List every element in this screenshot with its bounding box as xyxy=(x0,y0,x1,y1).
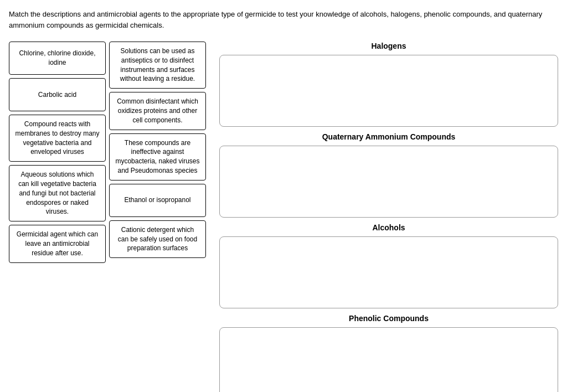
drag-item-8[interactable]: These compounds are ineffective against … xyxy=(109,133,206,180)
left-drag-column: Chlorine, chlorine dioxide, iodine Carbo… xyxy=(9,42,106,263)
category-quaternary: Quaternary Ammonium Compounds xyxy=(219,132,558,218)
category-halogens: Halogens xyxy=(219,42,558,127)
drag-item-4[interactable]: Aqueous solutions which can kill vegetat… xyxy=(9,165,106,221)
drag-item-3[interactable]: Compound reacts with membranes to destro… xyxy=(9,115,106,162)
right-panel: Halogens Quaternary Ammonium Compounds A… xyxy=(219,42,558,392)
alcohols-drop-zone[interactable] xyxy=(219,236,558,308)
drag-item-7[interactable]: Common disinfectant which oxidizes prote… xyxy=(109,92,206,130)
quaternary-drop-zone[interactable] xyxy=(219,146,558,218)
right-drag-column: Solutions can be used as antiseptics or … xyxy=(109,42,206,263)
drag-item-2[interactable]: Carbolic acid xyxy=(9,78,106,111)
drag-item-6[interactable]: Solutions can be used as antiseptics or … xyxy=(109,42,206,89)
drag-item-5[interactable]: Germicidal agent which can leave an anti… xyxy=(9,225,106,262)
drag-item-1[interactable]: Chlorine, chlorine dioxide, iodine xyxy=(9,42,106,75)
alcohols-label: Alcohols xyxy=(219,223,558,232)
drag-item-9[interactable]: Ethanol or isopropanol xyxy=(109,184,206,217)
quaternary-label: Quaternary Ammonium Compounds xyxy=(219,132,558,141)
halogens-drop-zone[interactable] xyxy=(219,55,558,127)
category-alcohols: Alcohols xyxy=(219,223,558,308)
instructions-text: Match the descriptions and antimicrobial… xyxy=(9,9,551,30)
phenolic-label: Phenolic Compounds xyxy=(219,314,558,323)
drag-item-10[interactable]: Cationic detergent which can be safely u… xyxy=(109,220,206,258)
left-panel: Chlorine, chlorine dioxide, iodine Carbo… xyxy=(9,42,208,263)
category-phenolic: Phenolic Compounds xyxy=(219,314,558,392)
phenolic-drop-zone[interactable] xyxy=(219,327,558,392)
halogens-label: Halogens xyxy=(219,42,558,50)
main-layout: Chlorine, chlorine dioxide, iodine Carbo… xyxy=(9,42,558,392)
